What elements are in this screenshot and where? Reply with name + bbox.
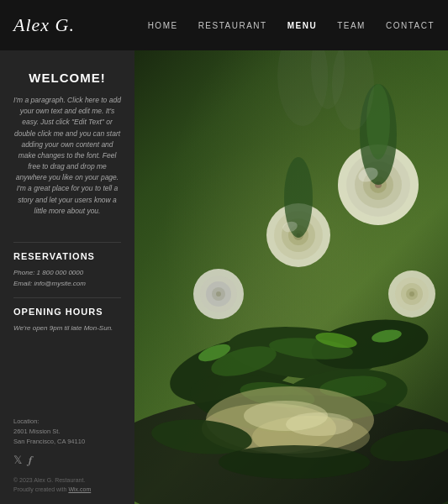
hero-svg <box>134 50 448 504</box>
hero-area <box>134 50 448 504</box>
phone-label: Phone: 1 800 000 0000 <box>13 268 121 279</box>
divider-2 <box>13 297 121 298</box>
welcome-text[interactable]: I'm a paragraph. Click here to add your … <box>13 95 121 217</box>
copyright-text: © 2023 Alex G. Restaurant. <box>13 477 85 483</box>
opening-hours-title: OPENING HOURS <box>13 307 121 317</box>
nav-menu[interactable]: MENU <box>287 21 317 30</box>
twitter-icon[interactable]: 𝕏 <box>13 454 22 467</box>
wix-text: Proudly created with <box>13 486 68 492</box>
nav-contact[interactable]: CONTACT <box>386 21 435 30</box>
location-label: Location: <box>13 417 39 425</box>
nav-home[interactable]: HOME <box>148 21 178 30</box>
footer-copyright: © 2023 Alex G. Restaurant. Proudly creat… <box>13 475 121 494</box>
header: Alex G. HOME RESTAURANT MENU TEAM CONTAC… <box>0 0 448 50</box>
svg-point-48 <box>219 445 370 479</box>
logo[interactable]: Alex G. <box>13 14 75 36</box>
svg-point-42 <box>409 291 414 297</box>
address-line1: 2601 Mission St. <box>13 428 60 435</box>
footer-location: Location: 2601 Mission St. San Francisco… <box>13 417 121 447</box>
svg-point-37 <box>216 291 221 297</box>
divider-1 <box>13 242 121 243</box>
facebook-icon[interactable]: 𝒇 <box>29 454 32 467</box>
address-line2: San Francisco, CA 94110 <box>13 438 85 445</box>
opening-hours-text: We're open 9pm til late Mon-Sun. <box>13 323 121 334</box>
reservations-title: RESERVATIONS <box>13 251 121 261</box>
email-label: Email: info@mysite.com <box>13 279 121 290</box>
sidebar: WELCOME! I'm a paragraph. Click here to … <box>0 50 134 504</box>
welcome-title: WELCOME! <box>13 71 121 85</box>
nav: HOME RESTAURANT MENU TEAM CONTACT <box>148 21 435 30</box>
svg-point-17 <box>286 412 353 436</box>
nav-team[interactable]: TEAM <box>337 21 366 30</box>
nav-restaurant[interactable]: RESTAURANT <box>198 21 267 30</box>
wix-link[interactable]: Wix.com <box>68 486 91 492</box>
social-icons: 𝕏 𝒇 <box>13 454 121 467</box>
hero-image <box>134 50 448 504</box>
